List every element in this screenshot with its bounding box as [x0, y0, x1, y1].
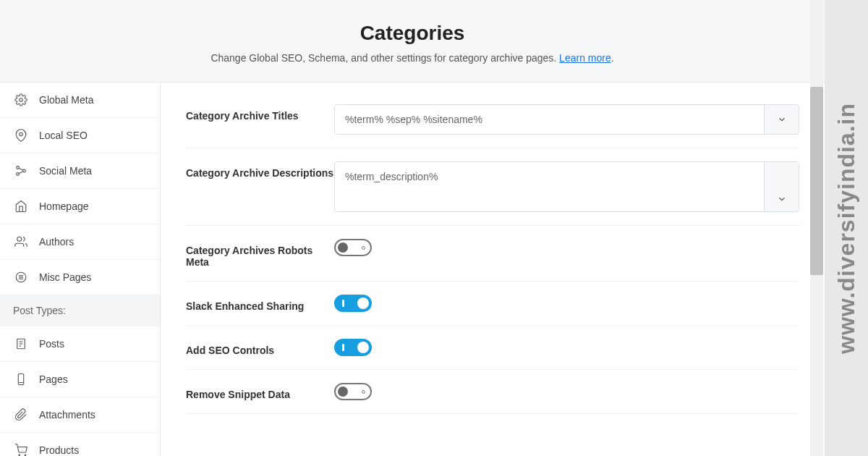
sidebar-item-label: Pages — [39, 373, 68, 385]
sidebar-item-label: Attachments — [39, 409, 95, 421]
users-icon — [13, 234, 29, 250]
list-icon — [13, 269, 29, 285]
label-archive-titles: Category Archive Titles — [186, 104, 334, 122]
toggle-slack-sharing[interactable] — [334, 295, 372, 312]
sidebar-item-label: Social Meta — [39, 165, 92, 177]
sidebar-item-label: Posts — [39, 338, 64, 350]
label-archive-descriptions: Category Archive Descriptions — [186, 161, 334, 179]
dropdown-button[interactable] — [764, 162, 799, 211]
field-archive-descriptions-value: %term_description% — [335, 162, 764, 211]
map-pin-icon — [13, 127, 29, 143]
sidebar-item-label: Local SEO — [39, 130, 88, 141]
sidebar-item-label: Global Meta — [39, 94, 93, 106]
sidebar-item-misc-pages[interactable]: Misc Pages — [0, 260, 160, 295]
home-icon — [13, 198, 29, 214]
svg-point-18 — [25, 455, 26, 456]
chevron-down-icon — [777, 194, 787, 204]
toggle-snippet-data[interactable] — [334, 383, 372, 400]
sidebar-item-global-meta[interactable]: Global Meta — [0, 83, 160, 118]
label-snippet-data: Remove Snippet Data — [186, 383, 334, 400]
post-icon — [13, 336, 29, 352]
page-title: Categories — [0, 22, 825, 45]
watermark-text: www.diversifyindia.in — [833, 103, 860, 354]
label-seo-controls: Add SEO Controls — [186, 339, 334, 356]
sidebar-item-label: Products — [39, 444, 79, 456]
svg-point-2 — [17, 166, 20, 169]
watermark: www.diversifyindia.in — [825, 0, 868, 456]
sidebar-group-post-types: Post Types: — [0, 295, 160, 326]
sidebar-item-local-seo[interactable]: Local SEO — [0, 118, 160, 153]
gear-icon — [13, 92, 29, 108]
settings-sidebar: Global Meta Local SEO Social Meta Homepa… — [0, 83, 161, 456]
sidebar-item-products[interactable]: Products — [0, 433, 160, 456]
svg-line-5 — [19, 168, 23, 170]
page-icon — [13, 371, 29, 387]
sidebar-item-posts[interactable]: Posts — [0, 326, 160, 362]
label-slack-sharing: Slack Enhanced Sharing — [186, 295, 334, 312]
share-icon — [13, 163, 29, 179]
sidebar-item-label: Authors — [39, 236, 74, 248]
sidebar-item-homepage[interactable]: Homepage — [0, 189, 160, 224]
sidebar-item-pages[interactable]: Pages — [0, 362, 160, 397]
sidebar-item-social-meta[interactable]: Social Meta — [0, 153, 160, 189]
toggle-seo-controls[interactable] — [334, 339, 372, 356]
svg-point-7 — [17, 237, 22, 241]
toggle-robots-meta[interactable] — [334, 239, 372, 256]
svg-line-6 — [19, 172, 23, 174]
svg-point-4 — [23, 169, 26, 172]
scrollbar-thumb[interactable] — [810, 87, 823, 275]
sidebar-item-authors[interactable]: Authors — [0, 224, 160, 260]
sidebar-item-label: Misc Pages — [39, 271, 91, 283]
field-archive-titles[interactable]: %term% %sep% %sitename% — [334, 104, 799, 135]
svg-point-17 — [19, 455, 20, 456]
svg-rect-16 — [18, 374, 24, 383]
cart-icon — [13, 442, 29, 456]
svg-point-0 — [20, 98, 23, 102]
dropdown-button[interactable] — [764, 105, 799, 134]
page-header: Categories Change Global SEO, Schema, an… — [0, 0, 825, 82]
sidebar-item-attachments[interactable]: Attachments — [0, 397, 160, 433]
sidebar-item-label: Homepage — [39, 200, 89, 212]
page-subtitle: Change Global SEO, Schema, and other set… — [0, 52, 825, 64]
paperclip-icon — [13, 407, 29, 423]
learn-more-link[interactable]: Learn more — [559, 52, 611, 64]
field-archive-titles-value: %term% %sep% %sitename% — [335, 105, 764, 134]
svg-point-3 — [17, 173, 20, 176]
label-robots-meta: Category Archives Robots Meta — [186, 239, 334, 268]
settings-form: Category Archive Titles %term% %sep% %si… — [161, 83, 825, 456]
svg-point-1 — [20, 132, 23, 136]
field-archive-descriptions[interactable]: %term_description% — [334, 161, 799, 212]
chevron-down-icon — [777, 114, 787, 124]
